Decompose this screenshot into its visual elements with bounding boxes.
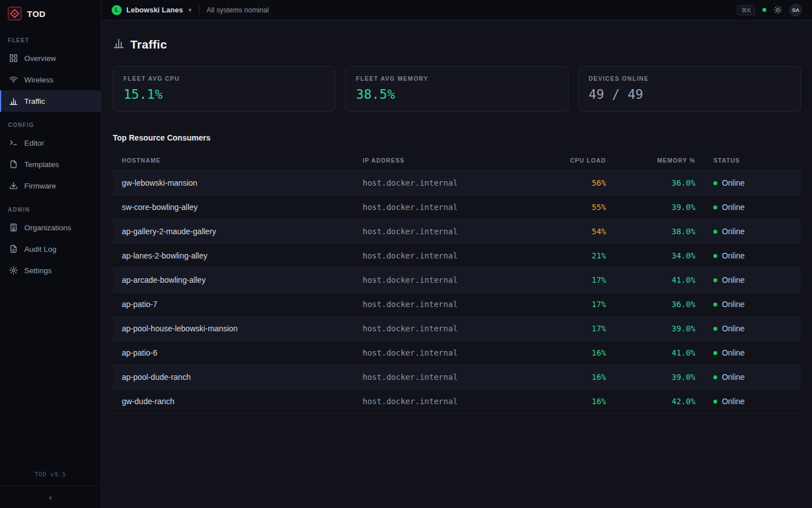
cpu-cell: 21% — [532, 244, 615, 268]
table-row[interactable]: sw-core-bowling-alleyhost.docker.interna… — [113, 195, 801, 220]
app-title: TOD — [27, 9, 46, 19]
status-cell: Online — [704, 365, 801, 389]
grid-icon — [9, 54, 18, 63]
memory-cell: 36.0% — [615, 292, 705, 317]
online-dot-icon — [713, 230, 717, 234]
stat-value: 38.5% — [356, 87, 557, 102]
org-name: Lebowski Lanes — [126, 6, 183, 14]
ip-cell: host.docker.internal — [354, 365, 532, 389]
sidebar-item-templates[interactable]: Templates — [0, 154, 101, 175]
sidebar-item-label: Audit Log — [24, 245, 56, 253]
status-label: Online — [722, 178, 744, 187]
system-status-text: All systems nominal — [206, 6, 268, 14]
memory-cell: 42.0% — [615, 389, 705, 414]
hostname-cell: ap-patio-6 — [113, 341, 354, 365]
memory-cell: 36.0% — [615, 171, 705, 195]
table-row[interactable]: ap-patio-7host.docker.internal17%36.0%On… — [113, 292, 801, 317]
sidebar-item-overview[interactable]: Overview — [0, 47, 101, 69]
ip-cell: host.docker.internal — [354, 389, 532, 414]
sidebar-collapse-button[interactable]: ‹ — [0, 485, 101, 508]
table-row[interactable]: ap-arcade-bowling-alleyhost.docker.inter… — [113, 268, 801, 292]
hostname-cell: ap-arcade-bowling-alley — [113, 268, 354, 292]
sidebar-item-label: Settings — [24, 266, 52, 275]
building-icon — [9, 223, 18, 232]
ip-cell: host.docker.internal — [354, 317, 532, 341]
top-consumers-table: HOSTNAME IP ADDRESS CPU LOAD MEMORY % ST… — [113, 150, 801, 414]
command-palette-shortcut[interactable]: ⌘K — [737, 5, 755, 15]
online-dot-icon — [713, 351, 717, 355]
status-cell: Online — [704, 268, 801, 292]
table-row[interactable]: ap-patio-6host.docker.internal16%41.0%On… — [113, 341, 801, 365]
col-status: STATUS — [704, 150, 801, 171]
hostname-cell: sw-core-bowling-alley — [113, 195, 354, 220]
sidebar-item-organizations[interactable]: Organizations — [0, 217, 101, 238]
sidebar-item-wireless[interactable]: Wireless — [0, 69, 101, 90]
table-row[interactable]: ap-pool-house-lebowski-mansionhost.docke… — [113, 317, 801, 341]
theme-toggle-button[interactable] — [774, 6, 782, 14]
sidebar-item-label: Organizations — [24, 224, 71, 232]
status-label: Online — [722, 348, 744, 357]
page-title-row: Traffic — [113, 37, 801, 51]
table-row[interactable]: ap-gallery-2-maude-galleryhost.docker.in… — [113, 220, 801, 244]
ip-cell: host.docker.internal — [354, 220, 532, 244]
page-title: Traffic — [130, 38, 167, 51]
cpu-cell: 55% — [532, 195, 615, 220]
cpu-cell: 17% — [532, 317, 615, 341]
sidebar-item-audit-log[interactable]: Audit Log — [0, 238, 101, 260]
stat-label: DEVICES ONLINE — [589, 75, 790, 82]
hostname-cell: ap-pool-house-lebowski-mansion — [113, 317, 354, 341]
col-ip: IP ADDRESS — [354, 150, 532, 171]
ip-cell: host.docker.internal — [354, 244, 532, 268]
sidebar-item-label: Overview — [24, 54, 56, 63]
sidebar-nav: FLEETOverviewWirelessTrafficCONFIGEditor… — [0, 27, 101, 281]
status-label: Online — [722, 275, 744, 284]
online-dot-icon — [713, 254, 717, 258]
table-row[interactable]: ap-lanes-2-bowling-alleyhost.docker.inte… — [113, 244, 801, 268]
status-cell: Online — [704, 341, 801, 365]
status-label: Online — [722, 324, 744, 333]
table-row[interactable]: gw-dude-ranchhost.docker.internal16%42.0… — [113, 389, 801, 414]
app-root: TOD FLEETOverviewWirelessTrafficCONFIGEd… — [0, 0, 812, 508]
cpu-cell: 56% — [532, 171, 615, 195]
sun-icon — [774, 6, 782, 14]
cpu-cell: 17% — [532, 268, 615, 292]
memory-cell: 41.0% — [615, 341, 705, 365]
divider — [199, 6, 200, 15]
user-avatar[interactable]: SA — [789, 4, 802, 16]
gear-icon — [9, 266, 18, 275]
chevron-down-icon: ▼ — [187, 7, 192, 13]
sidebar-item-traffic[interactable]: Traffic — [0, 90, 101, 112]
status-cell: Online — [704, 389, 801, 414]
org-switcher[interactable]: L Lebowski Lanes ▼ — [112, 5, 192, 15]
app-logo[interactable]: TOD — [0, 0, 101, 27]
table-row[interactable]: ap-pool-dude-ranchhost.docker.internal16… — [113, 365, 801, 389]
main-content: Traffic FLEET AVG CPU15.1%FLEET AVG MEMO… — [102, 20, 812, 508]
sidebar-item-settings[interactable]: Settings — [0, 260, 101, 281]
status-cell: Online — [704, 244, 801, 268]
memory-cell: 41.0% — [615, 268, 705, 292]
sidebar-item-firmware[interactable]: Firmware — [0, 175, 101, 196]
online-dot-icon — [713, 278, 717, 282]
sidebar-item-editor[interactable]: Editor — [0, 132, 101, 154]
table-row[interactable]: gw-lebowski-mansionhost.docker.internal5… — [113, 171, 801, 195]
cpu-cell: 16% — [532, 389, 615, 414]
sidebar-section-label: ADMIN — [0, 196, 101, 217]
tod-logo-icon — [7, 6, 22, 21]
stat-card-fleet-avg-memory: FLEET AVG MEMORY38.5% — [345, 66, 568, 112]
file-icon — [9, 160, 18, 169]
sidebar-section-label: FLEET — [0, 27, 101, 47]
stats-row: FLEET AVG CPU15.1%FLEET AVG MEMORY38.5%D… — [113, 66, 801, 112]
col-hostname: HOSTNAME — [113, 150, 354, 171]
status-label: Online — [722, 373, 744, 382]
org-avatar: L — [112, 5, 122, 15]
ip-cell: host.docker.internal — [354, 341, 532, 365]
status-cell: Online — [704, 171, 801, 195]
memory-cell: 39.0% — [615, 365, 705, 389]
bar-chart-icon — [113, 37, 125, 51]
status-cell: Online — [704, 292, 801, 317]
memory-cell: 39.0% — [615, 195, 705, 220]
stat-card-devices-online: DEVICES ONLINE49 / 49 — [578, 66, 801, 112]
online-dot-icon — [713, 205, 717, 209]
memory-cell: 34.0% — [615, 244, 705, 268]
stat-label: FLEET AVG CPU — [123, 75, 325, 82]
